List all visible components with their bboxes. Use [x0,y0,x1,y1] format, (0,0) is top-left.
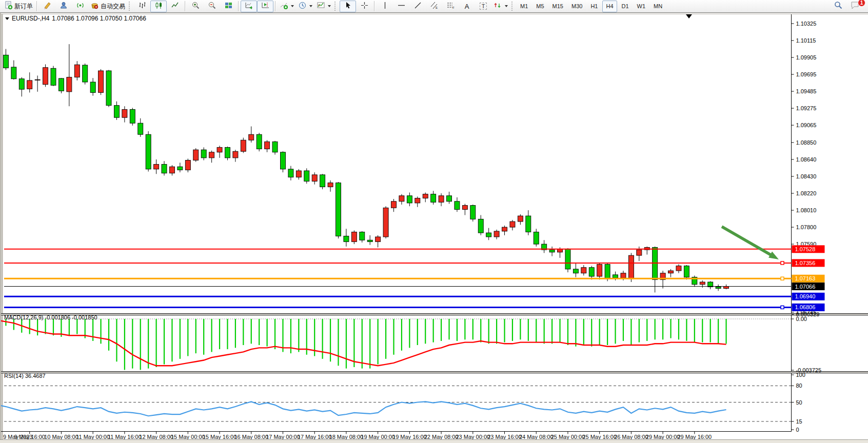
toolbar-drag-handle[interactable] [129,2,131,11]
line-drag-handle[interactable] [781,306,784,309]
timeframe-button-W1[interactable]: W1 [634,1,649,12]
market-button[interactable] [55,1,72,12]
timeframe-button-H4[interactable]: H4 [602,1,617,12]
new-order-label: 新订单 [14,2,33,11]
candle-body [58,78,64,91]
candle [83,64,88,85]
candle-body [3,55,8,68]
chart-candles-button[interactable] [150,1,167,12]
horizontal-line-tool-button[interactable] [393,1,409,12]
text-label-tool-button[interactable]: T [475,1,491,12]
svg-text:E: E [436,6,438,9]
fibonacci-tool-button[interactable]: F [442,1,459,12]
candle [565,248,570,272]
candle-body [423,194,428,198]
indicators-button[interactable] [278,1,296,12]
price-label-text: 1.07356 [795,260,816,266]
candle-body [74,65,80,77]
auto-scroll-button[interactable] [241,1,257,12]
timeframe-button-MN[interactable]: MN [650,1,666,12]
channel-tool-button[interactable]: E [426,1,442,12]
cursor-button[interactable] [340,1,356,12]
price-label-text: 1.06940 [795,293,816,299]
candle-body [130,109,135,123]
toolbar-drag-handle[interactable] [511,2,514,11]
candle-body [439,196,444,203]
candle-body [447,196,452,202]
chart-background [1,13,868,440]
candle-body [628,255,634,279]
candle-body [462,206,467,210]
line-drag-handle[interactable] [781,261,784,265]
tile-windows-icon [224,1,233,12]
candle-body [11,67,16,79]
price-tick-label: 1.10115 [796,37,816,44]
search-button[interactable] [830,1,846,12]
add-indicator-icon [280,1,288,12]
candle-body [376,237,381,241]
trendline-tool-button[interactable] [409,1,426,12]
arrows-tool-button[interactable] [491,1,510,12]
candle-body [19,79,24,89]
crosshair-button[interactable] [356,1,372,12]
timeframe-button-M5[interactable]: M5 [532,1,547,12]
price-tick-label: 1.09485 [796,88,817,94]
price-label-text: 1.07066 [795,284,816,290]
candle-body [455,202,460,210]
timeframe-button-M30[interactable]: M30 [568,1,586,12]
rsi-tick-label: 50 [796,399,802,406]
price-tick-label: 1.09065 [796,122,817,128]
macd-tick-label: 0.00 [796,316,807,322]
candle [304,168,309,184]
candle-body [162,164,167,173]
symbol-dropdown-icon[interactable] [5,17,9,20]
price-tick-label: 1.10325 [796,21,817,27]
macd-indicator-label: MACD(12,26,9) -0.001806 -0.001850 [4,314,97,320]
candle-body [391,202,397,208]
notifications-button[interactable]: 1 [846,1,863,12]
symbol-label: EURUSD-,H4 [12,15,49,22]
candlestick-chart-icon [154,1,163,12]
candle [470,205,476,222]
candle-body [312,175,317,182]
candle-body [383,208,388,237]
toolbar-drag-handle[interactable] [334,2,337,11]
candle-body [146,134,151,169]
chart-bars-button[interactable] [134,1,150,12]
metaeditor-button[interactable] [39,1,55,12]
text-tool-button[interactable]: A [459,1,475,12]
main-toolbar: 新订单 自动交易 [0,0,868,13]
candle-body [510,222,515,227]
zoom-in-button[interactable] [187,1,204,12]
candle-body [526,216,531,232]
candle-body [502,227,507,231]
timeframe-button-M15[interactable]: M15 [549,1,567,12]
vertical-line-tool-button[interactable] [377,1,393,12]
candle [241,138,246,153]
zoom-out-button[interactable] [204,1,220,12]
candle [130,108,135,126]
new-order-button[interactable]: 新订单 [2,1,35,12]
signals-button[interactable] [72,1,88,12]
candle-body [43,68,48,85]
candle-body [169,167,174,173]
ohlc-readout: 1.07086 1.07096 1.07050 1.07066 [52,15,146,22]
timeframe-button-D1[interactable]: D1 [618,1,633,12]
rsi-tick-label: 0 [796,427,799,433]
chart-canvas[interactable]: 1.103251.101151.099051.096951.094851.092… [1,13,868,440]
line-chart-icon [171,1,180,12]
templates-button[interactable] [314,1,333,12]
autotrading-button[interactable]: 自动交易 [88,1,127,12]
chart-line-button[interactable] [167,1,183,12]
candle-body [621,273,626,278]
line-drag-handle[interactable] [781,277,784,280]
timeframe-button-H1[interactable]: H1 [587,1,601,12]
timeframe-button-M1[interactable]: M1 [517,1,531,12]
tile-windows-button[interactable] [220,1,236,12]
chart-shift-button[interactable] [257,1,273,12]
candle-body [518,216,523,222]
candle-body [296,171,301,177]
crosshair-icon [360,1,369,12]
candle-body [724,287,729,289]
periods-button[interactable] [296,1,314,12]
